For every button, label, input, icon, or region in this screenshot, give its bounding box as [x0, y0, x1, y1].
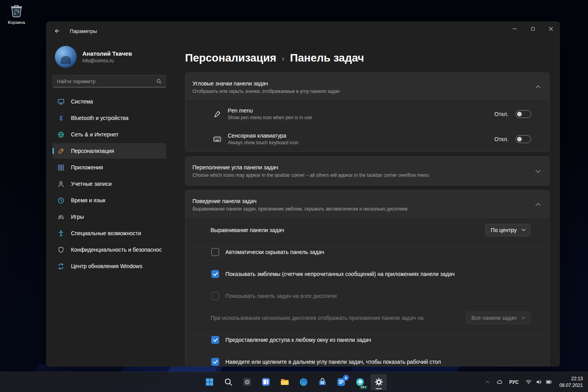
sidebar-item-accounts[interactable]: Учетные записи [53, 176, 166, 192]
taskbar-edge-icon[interactable] [296, 374, 311, 390]
sidebar-item-privacy[interactable]: Конфиденциальность и безопаснос [53, 242, 166, 258]
section-subtitle: Choose which icons may appear in the tas… [192, 172, 536, 178]
taskbar-search-icon[interactable] [220, 374, 236, 390]
taskbar-chat-icon[interactable]: 6 [333, 374, 349, 390]
setting-row-auto-hide[interactable]: Автоматически скрывать панель задач [185, 241, 549, 263]
checkbox-far-corner-desktop[interactable] [211, 358, 219, 366]
apps-icon [57, 164, 65, 171]
taskbar-widgets-icon[interactable] [258, 374, 274, 390]
setting-row-touch-keyboard: Сенсорная клавиатураAlways show touch ke… [185, 126, 549, 151]
sync-icon [57, 263, 65, 270]
sidebar-item-accessibility[interactable]: Специальные возможности [53, 225, 166, 241]
card-taskbar-behavior: Поведение панели задач Выравнивание пане… [185, 190, 550, 367]
setting-row-share-window[interactable]: Предоставление доступа к любому окну из … [185, 328, 549, 350]
user-email: info@comss.ru [82, 58, 132, 64]
checkbox-label: Автоматически скрывать панель задач [225, 249, 324, 255]
setting-title: Pen menu [228, 107, 488, 114]
behavior-expander[interactable]: Поведение панели задач Выравнивание пане… [185, 191, 549, 219]
accessibility-icon [57, 230, 65, 237]
setting-row-alignment: Выравнивание панели задачПо центру [185, 219, 549, 241]
chevron-up-icon [535, 85, 541, 91]
checkbox-label: Показывать эмблемы (счетчик непрочитанны… [225, 271, 455, 277]
display-icon [57, 98, 65, 105]
sidebar-item-label: Приложения [71, 164, 103, 171]
search-input[interactable] [57, 78, 156, 84]
back-button[interactable] [49, 24, 64, 38]
chevron-down-icon [522, 315, 526, 319]
sidebar-nav: СистемаBluetooth и устройстваСеть & и Ин… [53, 94, 166, 274]
gamepad-icon [57, 213, 65, 221]
setting-row-badges[interactable]: Показывать эмблемы (счетчик непрочитанны… [185, 263, 549, 285]
checkbox-label: Показывать панель задач на всех дисплеях [225, 293, 337, 299]
dropdown-alignment[interactable]: По центру [485, 224, 530, 236]
taskbar: 6DEV РУС 22:13 08.07.2021 [0, 372, 588, 392]
dropdown-value: Все панели задач [472, 315, 517, 321]
dev-tag: DEV [360, 386, 367, 389]
checkbox-auto-hide[interactable] [211, 248, 219, 256]
section-subtitle: Отобразить или скрыть значки, отображаем… [192, 89, 536, 94]
section-title: Переполнение угла панели задач [192, 164, 536, 171]
search-box[interactable] [53, 75, 166, 87]
taskbar-start-icon[interactable] [201, 374, 217, 390]
checkbox-label: Предоставление доступа к любому окну из … [225, 337, 371, 343]
setting-row-far-corner-desktop[interactable]: Наведите или щелкните в дальнем углу пан… [185, 350, 549, 367]
keyboard-icon [213, 135, 221, 143]
onedrive-button[interactable] [493, 374, 506, 390]
search-icon [156, 78, 162, 84]
checkbox-badges[interactable] [211, 270, 219, 278]
checkbox-share-window[interactable] [211, 336, 219, 344]
sidebar-item-apps[interactable]: Приложения [53, 160, 166, 175]
system-tray: РУС 22:13 08.07.2021 [482, 372, 586, 392]
window-controls [506, 22, 560, 36]
taskbar-settings-icon[interactable] [371, 374, 387, 390]
close-button[interactable] [542, 22, 560, 36]
taskbar-explorer-icon[interactable] [277, 374, 292, 390]
quick-settings-button[interactable] [522, 374, 556, 390]
sidebar-item-bluetooth[interactable]: Bluetooth и устройства [53, 110, 166, 126]
setting-row-multi-display: При использовании нескольких дисплеев от… [185, 307, 549, 328]
clock[interactable]: 22:13 08.07.2021 [556, 376, 586, 388]
sidebar-item-personalization[interactable]: Персонализация [53, 143, 166, 159]
maximize-icon [531, 27, 535, 31]
taskbar-edge-dev-icon[interactable]: DEV [352, 374, 368, 390]
toggle-touch-keyboard[interactable] [515, 135, 531, 143]
sidebar-item-label: Центр обновления Windows [71, 263, 142, 269]
sidebar-item-label: Персонализация [71, 148, 114, 154]
language-indicator[interactable]: РУС [506, 374, 522, 390]
sidebar-item-label: Сеть & и Интернет [71, 131, 118, 138]
dropdown-value: По центру [491, 227, 517, 233]
clock-icon [57, 197, 65, 204]
sidebar-item-time-language[interactable]: Время и язык [53, 192, 166, 208]
chevron-up-icon [535, 203, 541, 208]
pen-icon [213, 110, 221, 118]
sidebar-item-system[interactable]: Система [53, 94, 166, 109]
toggle-knob [517, 137, 522, 142]
breadcrumb-personalization[interactable]: Персонализация [185, 52, 276, 64]
section-title: Поведение панели задач [192, 198, 536, 204]
toggle-pen-menu[interactable] [515, 110, 531, 118]
user-profile[interactable]: Анатолий Ткачев info@comss.ru [53, 44, 166, 74]
corner-overflow-expander[interactable]: Переполнение угла панели задач Choose wh… [185, 157, 549, 185]
card-corner-overflow: Переполнение угла панели задач Choose wh… [185, 156, 550, 185]
minimize-button[interactable] [506, 22, 524, 36]
tray-overflow-button[interactable] [482, 374, 493, 390]
tray-time: 22:13 [559, 376, 583, 382]
maximize-button[interactable] [524, 22, 542, 36]
sidebar-item-windows-update[interactable]: Центр обновления Windows [53, 258, 166, 274]
sidebar: Анатолий Ткачев info@comss.ru СистемаBlu… [46, 40, 172, 367]
sidebar-item-gaming[interactable]: Игры [53, 209, 166, 225]
notification-badge: 6 [343, 375, 349, 381]
chevron-down-icon [535, 168, 541, 173]
recycle-bin[interactable]: Корзина [4, 3, 29, 25]
taskbar-store-icon[interactable] [314, 374, 330, 390]
corner-icons-expander[interactable]: Угловые значки панели задач Отобразить и… [185, 73, 549, 101]
sidebar-item-network[interactable]: Сеть & и Интернет [53, 127, 166, 142]
corner-icons-rows: Pen menuShow pen menu icon when pen is i… [185, 101, 549, 151]
setting-label: При использовании нескольких дисплеев от… [211, 315, 466, 321]
volume-icon [535, 379, 542, 385]
chevron-down-icon [522, 227, 526, 231]
toggle-knob [517, 112, 522, 116]
setting-subtitle: Show pen menu icon when pen is in use [228, 115, 488, 120]
setting-row-all-displays: Показывать панель задач на всех дисплеях [185, 285, 549, 307]
taskbar-app-dark-icon[interactable] [239, 374, 255, 390]
